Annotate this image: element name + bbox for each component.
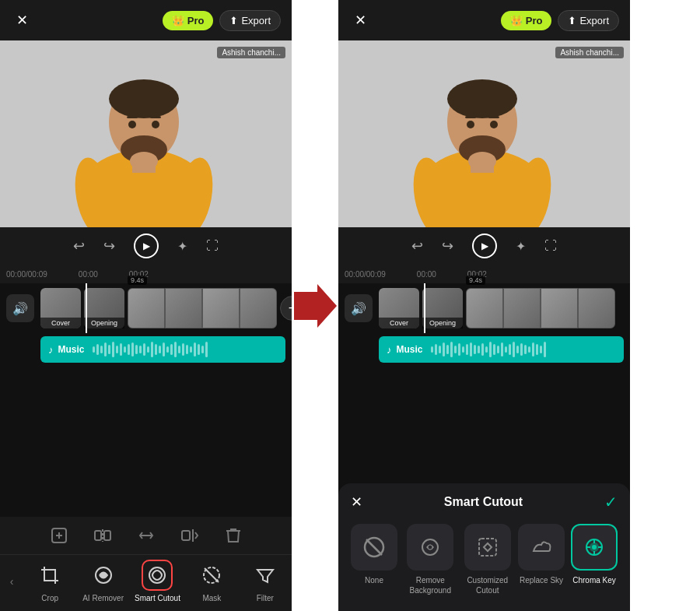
add-media-button[interactable] [45, 521, 73, 550]
chevron-left-button[interactable]: ‹ [0, 575, 23, 588]
volume-icon[interactable]: 🔊 [6, 294, 34, 322]
svg-point-8 [130, 152, 158, 170]
sc-remove-bg-label: Remove Background [404, 575, 457, 595]
right-volume-icon[interactable]: 🔊 [345, 294, 373, 322]
sc-option-chroma-key[interactable]: Chroma Key [571, 524, 618, 595]
filter-tool[interactable]: Filter [243, 560, 287, 603]
waveform [93, 342, 208, 357]
left-video-preview: Ashish chanchi... [0, 40, 292, 227]
redo-button[interactable]: ↪ [103, 237, 115, 255]
trim-button[interactable] [132, 521, 160, 550]
left-top-bar: ✕ 👑 Pro ⬆ Export [0, 0, 292, 40]
right-playhead [424, 283, 425, 333]
clip-cover-label: Cover [40, 318, 81, 328]
right-controls-bar: ↩ ↪ ▶ ✦ ⛶ [338, 227, 630, 265]
crop-label: Crop [41, 594, 58, 603]
smart-cutout-close-button[interactable]: ✕ [351, 493, 362, 511]
sc-customized-label: Customized Cutout [464, 575, 512, 595]
snap-button[interactable] [176, 521, 204, 550]
left-timeline-area: 00:00/00:09 00:00 00:02 🔊 Cover Opening … [0, 265, 292, 517]
right-video-attribution-label: Ashish chanchi... [555, 47, 624, 58]
right-clip-duration-label: 9.4s [466, 276, 485, 285]
svg-line-42 [366, 539, 382, 555]
sc-option-remove-background[interactable]: Remove Background [404, 524, 457, 595]
svg-point-37 [467, 121, 474, 128]
right-main-clip-strip[interactable] [466, 288, 615, 328]
magic-button[interactable]: ✦ [177, 239, 187, 254]
undo-button[interactable]: ↩ [73, 237, 85, 255]
svg-rect-16 [95, 531, 101, 540]
tool-items: Crop AI Remover Smart C [23, 560, 292, 603]
right-redo-button[interactable]: ↪ [442, 237, 453, 255]
sc-remove-bg-icon [407, 524, 453, 571]
sc-none-label: None [365, 575, 383, 585]
smart-cutout-header: ✕ Smart Cutout ✓ [351, 493, 618, 511]
sc-customized-icon [464, 524, 511, 571]
smart-cutout-title: Smart Cutout [444, 495, 523, 509]
right-close-button[interactable]: ✕ [349, 9, 371, 31]
mask-tool[interactable]: Mask [190, 560, 233, 603]
clip-cover-thumb[interactable]: Cover [40, 288, 81, 328]
sc-replace-sky-label: Replace Sky [520, 575, 563, 585]
filter-icon [250, 560, 281, 591]
svg-marker-27 [294, 284, 337, 328]
svg-rect-39 [465, 116, 476, 118]
left-panel: ✕ 👑 Pro ⬆ Export [0, 0, 292, 611]
close-button[interactable]: ✕ [11, 9, 33, 31]
right-export-button[interactable]: ⬆ Export [558, 10, 619, 31]
right-video-bg [338, 40, 630, 227]
split-button[interactable] [89, 521, 117, 550]
main-clip-strip[interactable] [128, 288, 277, 328]
svg-point-48 [593, 546, 596, 549]
ai-remover-tool[interactable]: AI Remover [82, 560, 125, 603]
export-icon: ⬆ [229, 15, 238, 26]
pro-button[interactable]: 👑 Pro [163, 11, 214, 30]
crown-icon: 👑 [172, 15, 184, 26]
video-bg [0, 40, 292, 227]
clip-opening-thumb[interactable]: Opening [84, 288, 124, 328]
add-clip-button[interactable]: + [280, 296, 292, 321]
right-pro-button[interactable]: 👑 Pro [501, 11, 552, 30]
smart-cutout-confirm-button[interactable]: ✓ [604, 493, 618, 511]
music-track[interactable]: ♪ Music [40, 336, 285, 363]
left-controls-bar: ↩ ↪ ▶ ✦ ⛶ [0, 227, 292, 265]
right-panel: ✕ 👑 Pro ⬆ Export [338, 0, 630, 611]
play-button[interactable]: ▶ [134, 234, 159, 258]
expand-button[interactable]: ⛶ [206, 239, 219, 253]
crop-tool[interactable]: Crop [28, 560, 72, 603]
top-bar-actions: 👑 Pro ⬆ Export [163, 10, 281, 31]
timeline-bottom-icons [0, 517, 292, 554]
timecode-0: 00:00 [79, 270, 98, 279]
smart-cutout-tool[interactable]: Smart Cutout [135, 560, 180, 603]
right-expand-button[interactable]: ⛶ [544, 239, 557, 253]
right-timeline-area: 00:00/00:09 00:00 00:02 🔊 Cover Opening … [338, 265, 630, 611]
mask-icon [196, 560, 227, 591]
export-button[interactable]: ⬆ Export [219, 10, 281, 31]
mask-label: Mask [202, 594, 221, 603]
sc-none-icon [351, 524, 397, 571]
right-person-preview-svg [338, 40, 630, 227]
video-attribution-label: Ashish chanchi... [217, 47, 285, 58]
sc-chroma-key-label: Chroma Key [572, 575, 616, 585]
right-clip-cover-thumb[interactable]: Cover [379, 288, 419, 328]
svg-point-10 [152, 121, 159, 128]
sc-option-replace-sky[interactable]: Replace Sky [518, 524, 565, 595]
right-music-label: Music [397, 344, 423, 355]
right-export-icon: ⬆ [568, 15, 576, 26]
playhead [86, 283, 87, 333]
right-magic-button[interactable]: ✦ [516, 239, 526, 254]
right-music-track[interactable]: ♪ Music [379, 336, 624, 363]
right-crown-icon: 👑 [510, 15, 523, 26]
right-play-button[interactable]: ▶ [472, 234, 497, 258]
right-undo-button[interactable]: ↩ [411, 237, 423, 255]
clip-duration-label: 9.4s [128, 276, 147, 285]
right-clip-opening-thumb[interactable]: Opening [422, 288, 463, 328]
sc-option-customized-cutout[interactable]: Customized Cutout [464, 524, 512, 595]
timeline-content: 🔊 Cover Opening 9.4s [0, 283, 292, 333]
sc-option-none[interactable]: None [351, 524, 397, 595]
music-icon: ♪ [48, 344, 54, 356]
svg-rect-18 [104, 531, 110, 540]
right-top-bar: ✕ 👑 Pro ⬆ Export [338, 0, 630, 40]
delete-button[interactable] [219, 521, 247, 550]
clip-stack: Cover Opening 9.4s + [40, 288, 292, 328]
